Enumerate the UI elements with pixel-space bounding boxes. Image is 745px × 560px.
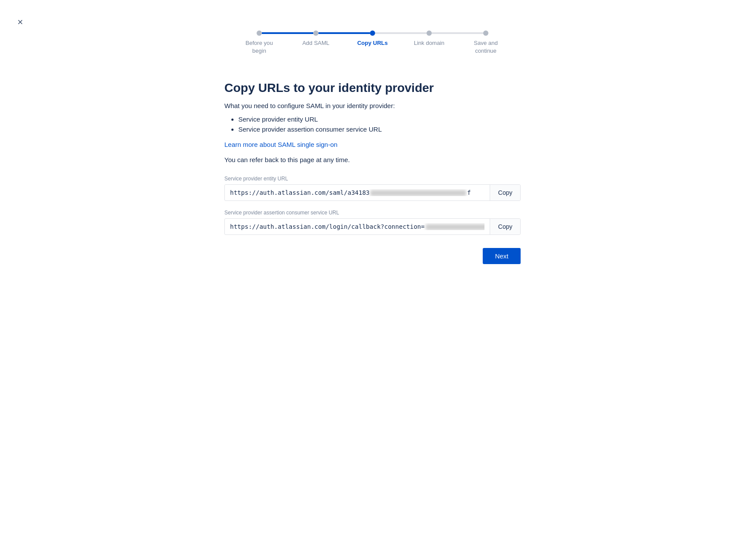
requirements-list: Service provider entity URL Service prov… — [224, 115, 521, 133]
refer-back-text: You can refer back to this page at any t… — [224, 156, 521, 163]
entity-url-field-group: Service provider entity URL https://auth… — [224, 176, 521, 201]
entity-url-copy-button[interactable]: Copy — [490, 185, 520, 200]
entity-url-text: https://auth.atlassian.com/saml/a34183f — [230, 189, 471, 196]
acs-url-display: https://auth.atlassian.com/login/callbac… — [225, 219, 490, 234]
step-dot-5 — [483, 31, 488, 36]
bullet-item-1: Service provider entity URL — [238, 115, 521, 123]
learn-more-link[interactable]: Learn more about SAML single sign-on — [224, 141, 338, 148]
step-before-you-begin[interactable]: Before you begin — [231, 31, 288, 55]
step-label-link-domain: Link domain — [414, 39, 444, 47]
step-save-and-continue[interactable]: Save and continue — [457, 31, 514, 55]
acs-url-blur — [426, 224, 485, 230]
step-dot-4 — [427, 31, 432, 36]
step-label-save-and-continue: Save and continue — [474, 39, 498, 55]
entity-url-row: https://auth.atlassian.com/saml/a34183f … — [224, 184, 521, 201]
step-label-before-you-begin: Before you begin — [246, 39, 273, 55]
step-dot-1 — [257, 31, 262, 36]
step-dot-3 — [370, 31, 375, 36]
close-button[interactable]: × — [16, 16, 25, 29]
acs-url-text: https://auth.atlassian.com/login/callbac… — [230, 223, 484, 230]
step-label-copy-urls: Copy URLs — [357, 39, 388, 47]
acs-url-copy-button[interactable]: Copy — [490, 219, 520, 234]
stepper: Before you begin Add SAML Copy URLs — [231, 22, 514, 55]
main-content: Copy URLs to your identity provider What… — [224, 81, 521, 264]
acs-url-field-group: Service provider assertion consumer serv… — [224, 210, 521, 235]
description-text: What you need to configure SAML in your … — [224, 102, 521, 109]
next-row: Next — [224, 248, 521, 264]
entity-url-display: https://auth.atlassian.com/saml/a34183f — [225, 185, 490, 200]
step-label-add-saml: Add SAML — [302, 39, 329, 47]
step-dot-2 — [313, 31, 318, 36]
entity-url-label: Service provider entity URL — [224, 176, 521, 182]
acs-url-label: Service provider assertion consumer serv… — [224, 210, 521, 216]
step-link-domain[interactable]: Link domain — [401, 31, 457, 47]
bullet-item-2: Service provider assertion consumer serv… — [238, 126, 521, 133]
step-add-saml[interactable]: Add SAML — [288, 31, 344, 47]
page-title: Copy URLs to your identity provider — [224, 81, 521, 95]
entity-url-blur — [370, 190, 466, 196]
next-button[interactable]: Next — [483, 248, 521, 264]
step-copy-urls[interactable]: Copy URLs — [344, 31, 401, 47]
acs-url-row: https://auth.atlassian.com/login/callbac… — [224, 218, 521, 235]
wizard-container: Before you begin Add SAML Copy URLs — [0, 0, 745, 264]
